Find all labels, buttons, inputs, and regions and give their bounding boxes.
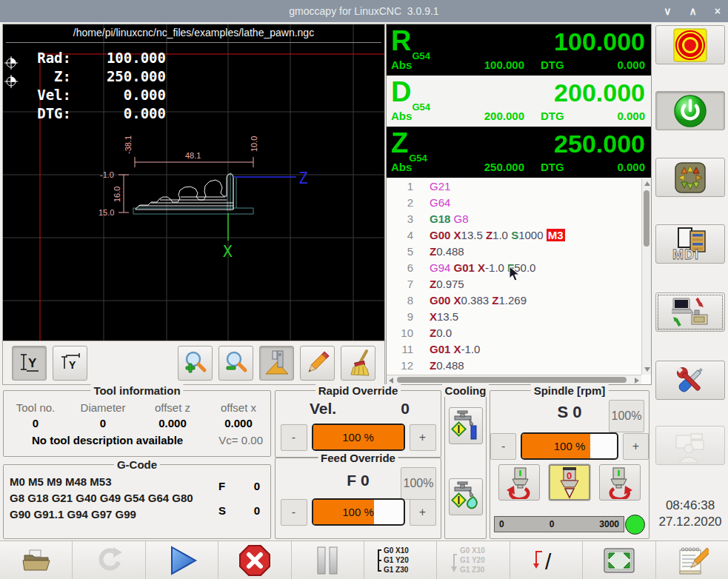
feed-override-slider[interactable]: - 100 % + [275,498,441,526]
mode-button-column: MDI [652,24,728,540]
scroll-down-icon[interactable] [644,367,650,372]
gcode-frame-title: G-Code [114,458,160,471]
reload-file-button[interactable] [73,541,145,579]
rapid-minus-button[interactable]: - [281,424,307,451]
gcode-line-number: 8 [387,292,413,309]
run-from-line-icon: G0 X10 G1 Y20 G1 Z30 [447,544,500,577]
gcode-line-text: G21 [430,178,450,195]
zoom-in-button[interactable] [178,346,213,381]
gcode-line[interactable]: 8G00 X0.383 Z1.269 [387,292,641,309]
auto-mode-button[interactable] [655,292,725,332]
gcode-list[interactable]: 1G212G643G18 G84G00 X13.5 Z1.0 S1000 M35… [387,178,641,375]
maximize-icon[interactable]: ∧ [689,0,697,22]
rapid-override-slider[interactable]: - 100 % + [275,424,441,451]
run-from-line-button[interactable]: G0 X10 G1 Y20 G1 Z30 [437,541,510,579]
dro-gcode-column: RG54 100.000 Abs 100.000 DTG 0.000 DG54 … [386,24,652,385]
gcode-line[interactable]: 9X13.5 [387,309,641,325]
gcode-line[interactable]: 3G18 G8 [387,211,641,227]
draw-tool-button[interactable] [300,346,335,381]
dro-row-d[interactable]: DG54 200.000 Abs 200.000 DTG 0.000 [387,76,651,127]
stock-outline [133,173,253,214]
dimensions-toggle-button[interactable]: Y [12,346,47,381]
open-file-button[interactable] [0,541,73,579]
step-button[interactable]: G0 X10 G1 Y20 G1 Z30 [364,541,437,579]
dro-row-z[interactable]: ZG54 250.000 Abs 250.000 DTG 0.000 [387,127,651,178]
pause-program-button[interactable] [292,541,364,579]
flood-icon [451,481,481,513]
gcode-line-number: 3 [387,211,413,227]
tool-information-frame: Tool information Tool no. Diameter offse… [3,390,271,457]
gcode-line-number: 5 [387,244,413,260]
gcode-line-text: X13.5 [430,309,458,325]
clear-plot-button[interactable] [341,346,375,381]
gcode-line[interactable]: 4G00 X13.5 Z1.0 S1000 M3 [387,227,641,244]
mist-button[interactable] [449,407,483,444]
gcode-line[interactable]: 5Z0.488 [387,244,641,260]
machine-on-button[interactable] [655,91,725,130]
svg-text:0: 0 [567,470,572,481]
manual-mode-button[interactable] [655,158,725,197]
scroll-right-icon[interactable] [635,378,639,384]
gcode-vertical-scrollbar[interactable] [641,178,651,375]
user-login-button[interactable] [655,426,725,465]
gremlin-preview[interactable]: 48.1 -38.1 10.0 -1.0 16.0 15.0 [3,24,384,341]
spindle-readout: S 0 [557,403,581,422]
spindle-reset-button[interactable]: 100% [609,400,644,432]
minimize-icon[interactable]: ∨ [664,0,671,22]
path-separator [6,42,381,43]
edit-gcode-button[interactable] [656,541,728,579]
horizontal-scroll-thumb[interactable] [397,377,627,383]
feed-label: F [218,480,225,492]
flood-button[interactable] [449,478,483,515]
zoom-out-button[interactable] [218,346,253,381]
feed-reset-button[interactable]: 100% [401,467,436,500]
stop-icon [238,543,272,578]
measure-tool-button[interactable] [259,346,294,381]
scroll-up-icon[interactable] [644,181,650,186]
optional-blocks-button[interactable]: / [510,541,583,579]
rapid-plus-button[interactable]: + [410,424,436,451]
spindle-stop-button[interactable]: 0 [549,464,590,501]
spindle-override-slider[interactable]: - 100 % + [490,432,649,460]
mdi-mode-button[interactable]: MDI [655,224,725,264]
dtg-value: 0.000 [569,161,645,175]
dimensions-alt-toggle-button[interactable]: Y [53,346,87,381]
spindle-ccw-button[interactable] [498,464,540,501]
vc-value: Vc= 0.00 [218,434,263,446]
gcode-line[interactable]: 1G21 [387,178,641,195]
vertical-scroll-thumb[interactable] [644,190,649,247]
gcode-line[interactable]: 12Z0.488 [387,358,641,374]
velocity-label: Vel. [310,400,336,418]
run-program-button[interactable] [146,541,218,579]
gcode-line[interactable]: 11G01 X-1.0 [387,341,641,358]
feed-minus-button[interactable]: - [281,499,307,526]
gcode-line[interactable]: 2G64 [387,195,641,211]
spindle-plus-button[interactable]: + [623,433,649,460]
svg-text:G1 Y20: G1 Y20 [384,556,409,564]
settings-button[interactable] [655,361,725,400]
gcode-line-number: 7 [387,276,413,292]
gcode-line[interactable]: 10Z0.0 [387,325,641,341]
dtg-value: 0.000 [569,110,645,124]
feed-plus-button[interactable]: + [410,499,436,526]
bottom-toolbar: G0 X10 G1 Y20 G1 Z30 G0 X10 G1 Y20 G1 Z3… [0,540,728,579]
stop-program-button[interactable] [218,541,291,579]
titlebar[interactable]: gmoccapy for LinuxCNC 3.0.9.1 ∨ ∧ × [0,0,728,22]
speed-label: S [218,504,226,517]
tool-description: No tool description available [32,434,183,446]
spindle-cw-button[interactable] [599,464,641,501]
fullscreen-button[interactable] [583,541,655,579]
emergency-stop-button[interactable] [655,25,725,64]
dro-row-r[interactable]: RG54 100.000 Abs 100.000 DTG 0.000 [387,24,651,76]
auto-mode-icon [672,296,709,329]
dim-width-label: 48.1 [185,151,201,160]
spindle-minus-button[interactable]: - [490,433,516,460]
feed-override-track[interactable]: 100 % [312,498,405,526]
rapid-override-track[interactable]: 100 % [312,424,405,451]
svg-text:Y: Y [28,356,37,370]
spindle-override-track[interactable]: 100 % [521,432,618,460]
close-icon[interactable]: × [715,0,721,22]
scroll-left-icon[interactable] [389,378,393,384]
gcode-line-text: Z0.0 [430,325,452,341]
gcode-horizontal-scrollbar[interactable] [387,375,641,384]
